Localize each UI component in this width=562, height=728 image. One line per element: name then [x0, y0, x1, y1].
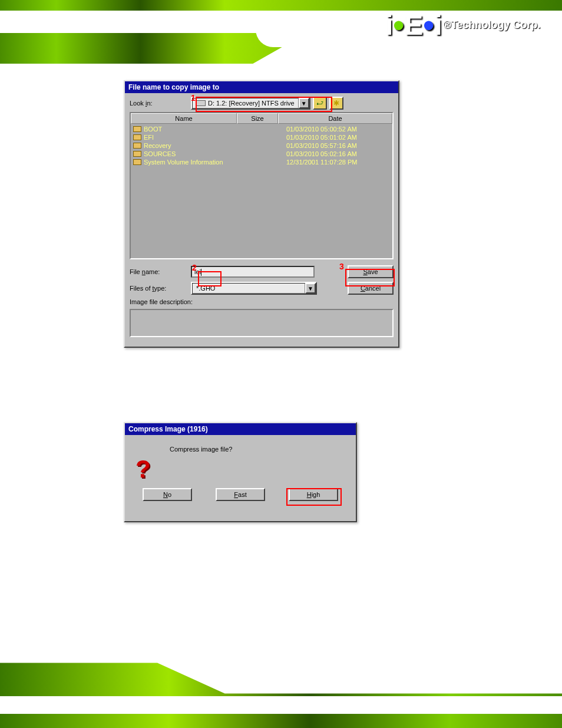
up-arrow-icon: ⮐ [316, 99, 323, 107]
save-button[interactable]: Save [348, 265, 394, 278]
logo-letter: i [434, 9, 441, 41]
dialog-titlebar: Compress Image (1916) [125, 423, 356, 435]
annotation-1: 1 [191, 93, 196, 103]
file-list-rows: BOOT 01/03/2010 05:00:52 AM EFI 01/03/20… [131, 124, 392, 167]
list-item[interactable]: System Volume Information 12/31/2001 11:… [131, 158, 392, 166]
files-type-label: Files of type: [130, 285, 191, 292]
col-size[interactable]: Size [237, 113, 278, 124]
cancel-button[interactable]: Cancel [348, 282, 394, 295]
sparkle-icon: ✱ [333, 99, 339, 107]
chevron-down-icon[interactable]: ▼ [305, 283, 316, 294]
col-date[interactable]: Date [278, 113, 392, 124]
folder-icon [133, 159, 141, 165]
file-list-header: Name Size Date [131, 113, 392, 124]
compress-question-text: Compress image file? [170, 443, 348, 453]
logo-letter: i [385, 9, 392, 41]
file-name-label: File name: [130, 268, 191, 275]
list-item[interactable]: EFI 01/03/2010 05:01:02 AM [131, 133, 392, 141]
fast-button[interactable]: Fast [216, 488, 265, 501]
folder-icon [133, 126, 141, 132]
list-item[interactable]: Recovery 01/03/2010 05:57:16 AM [131, 141, 392, 150]
no-button[interactable]: No [143, 488, 192, 501]
file-name-input[interactable]: iei [191, 266, 315, 278]
file-list[interactable]: Name Size Date BOOT 01/03/2010 05:00:52 … [130, 112, 394, 259]
files-type-dropdown[interactable]: *.GHO ▼ [191, 282, 317, 295]
high-button[interactable]: High [289, 488, 338, 501]
image-desc-textarea[interactable] [130, 309, 394, 337]
files-type-value: *.GHO [196, 285, 215, 292]
logo-tagline: ®Technology Corp. [444, 19, 541, 31]
dialog-titlebar: File name to copy image to [125, 81, 398, 93]
folder-icon [133, 143, 141, 149]
new-folder-button[interactable]: ✱ [329, 97, 343, 110]
drive-icon [196, 100, 206, 106]
list-item[interactable]: SOURCES 01/03/2010 05:02:16 AM [131, 150, 392, 158]
brand-logo: i • E • i ®Technology Corp. [385, 5, 538, 45]
list-item[interactable]: BOOT 01/03/2010 05:00:52 AM [131, 125, 392, 133]
col-name[interactable]: Name [131, 113, 237, 124]
folder-icon [133, 134, 141, 140]
look-in-dropdown[interactable]: D: 1.2: [Recovery] NTFS drive ▼ [191, 97, 310, 110]
chevron-down-icon[interactable]: ▼ [299, 98, 309, 108]
image-desc-label: Image file description: [130, 298, 193, 305]
save-image-dialog: File name to copy image to Look in: 1 D:… [124, 80, 399, 348]
look-in-value: D: 1.2: [Recovery] NTFS drive [208, 100, 295, 107]
look-in-label: Look in: [130, 100, 191, 107]
annotation-2: 2 [192, 263, 197, 272]
annotation-3: 3 [339, 262, 344, 271]
compress-image-dialog: Compress Image (1916) ? Compress image f… [124, 422, 357, 522]
folder-icon [133, 151, 141, 157]
logo-letter: E [404, 9, 422, 41]
question-icon: ? [135, 455, 151, 483]
up-folder-button[interactable]: ⮐ [313, 97, 327, 110]
page-footer-decor [0, 651, 562, 728]
logo-text: i • E • i [385, 9, 441, 41]
